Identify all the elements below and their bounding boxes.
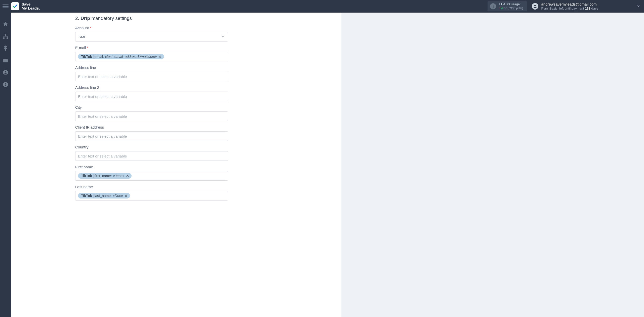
brand-dot: . [39,6,40,10]
label-address1: Address line [75,65,228,70]
field-firstname: First name TikTok | first_name: «Jane» ✕ [75,165,228,181]
label-account: Account* [75,26,228,30]
brand-text: Save My Leads. [22,2,40,11]
field-lastname: Last name TikTok | last_name: «Doe» ✕ [75,185,228,201]
leads-usage-pill[interactable]: i LEADS usage: 14 of 5'000 (0%) [488,1,527,11]
lastname-variable-tag[interactable]: TikTok | last_name: «Doe» ✕ [78,193,130,199]
field-account: Account* SML [75,26,228,42]
label-city: City [75,105,228,109]
leads-pct: (0%) [516,6,523,10]
address2-input[interactable] [75,92,228,101]
label-ip: Client IP address [75,125,228,129]
user-plan: Plan |Basic| left until payment 138 days [541,7,598,11]
city-input[interactable] [75,111,228,121]
address1-input[interactable] [75,72,228,81]
field-address1: Address line [75,65,228,81]
dollar-icon[interactable] [3,45,9,51]
home-icon[interactable] [3,21,9,27]
label-address2: Address line 2 [75,85,228,90]
sitemap-icon[interactable] [3,33,9,39]
avatar-icon [532,3,538,10]
svg-rect-2 [3,37,5,39]
brand-logo[interactable] [11,2,19,10]
info-icon: i [490,3,496,9]
remove-tag-icon[interactable]: ✕ [125,194,128,198]
svg-point-6 [5,71,6,72]
field-email: E-mail* TikTok | email: «test_email_addr… [75,46,228,61]
ip-input[interactable] [75,131,228,141]
remove-tag-icon[interactable]: ✕ [158,55,162,59]
sidebar: ? [0,13,11,317]
remove-tag-icon[interactable]: ✕ [126,174,129,178]
brand-line1: Save [22,2,40,7]
topbar: Save My Leads. i LEADS usage: 14 of 5'00… [0,0,644,13]
leads-usage-text: LEADS usage: 14 of 5'000 (0%) [499,2,523,10]
field-city: City [75,105,228,121]
svg-rect-4 [3,59,8,62]
leads-label: LEADS usage: [499,2,523,6]
user-email: andrewsavemyleads@gmail.com [541,2,598,7]
field-ip: Client IP address [75,125,228,141]
lastname-input[interactable]: TikTok | last_name: «Doe» ✕ [75,191,228,201]
user-icon[interactable] [3,69,9,75]
label-firstname: First name [75,165,228,169]
leads-total: 5'000 [507,6,515,10]
chevron-down-icon [221,34,225,39]
svg-point-0 [534,5,536,6]
user-menu[interactable]: andrewsavemyleads@gmail.com Plan |Basic|… [532,2,641,11]
main-scroll[interactable]: 2. Drip mandatory settings Account* SML [11,13,644,317]
chevron-down-icon[interactable] [636,4,640,9]
section-title: 2. Drip mandatory settings [75,16,228,21]
form-card: 2. Drip mandatory settings Account* SML [11,13,341,317]
briefcase-icon[interactable] [3,57,9,63]
brand-line2: My Leads [22,6,39,10]
leads-used: 14 [499,6,503,10]
firstname-input[interactable]: TikTok | first_name: «Jane» ✕ [75,171,228,181]
field-country: Country [75,145,228,161]
svg-text:?: ? [5,83,7,87]
label-country: Country [75,145,228,149]
firstname-variable-tag[interactable]: TikTok | first_name: «Jane» ✕ [78,173,132,179]
menu-toggle[interactable] [3,3,9,9]
account-select[interactable]: SML [75,32,228,42]
email-variable-tag[interactable]: TikTok | email: «test_email_address@mail… [78,54,164,59]
label-email: E-mail* [75,46,228,50]
svg-rect-1 [5,34,6,35]
country-input[interactable] [75,151,228,161]
svg-rect-3 [7,37,8,39]
field-address2: Address line 2 [75,85,228,101]
label-lastname: Last name [75,185,228,189]
account-value: SML [78,35,86,39]
email-input[interactable]: TikTok | email: «test_email_address@mail… [75,52,228,61]
help-icon[interactable]: ? [3,82,9,88]
